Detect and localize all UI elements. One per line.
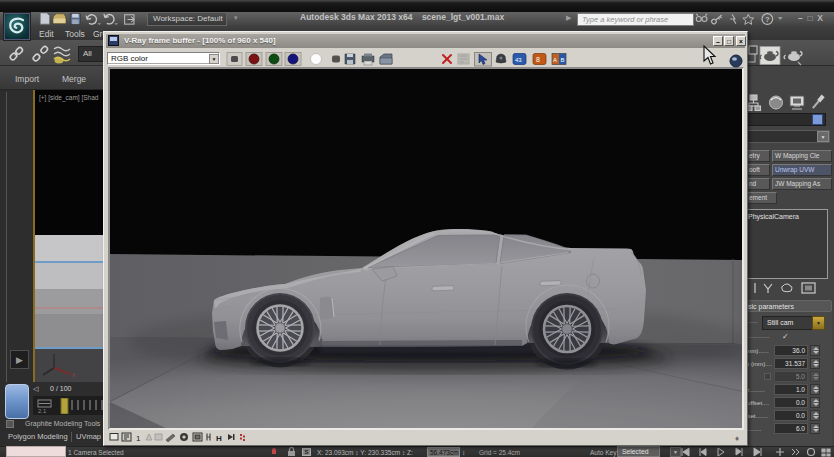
svg-text:43: 43 <box>515 57 522 63</box>
svg-text:?: ? <box>765 15 770 24</box>
svg-text:♦: ♦ <box>735 434 739 443</box>
svg-text:8: 8 <box>536 56 540 63</box>
svg-text:1: 1 <box>136 434 141 443</box>
svg-text:2.1: 2.1 <box>38 408 47 414</box>
svg-text:A: A <box>553 57 557 63</box>
svg-text:x: x <box>72 371 76 378</box>
svg-text:H: H <box>216 434 222 443</box>
svg-text:B: B <box>561 57 565 63</box>
